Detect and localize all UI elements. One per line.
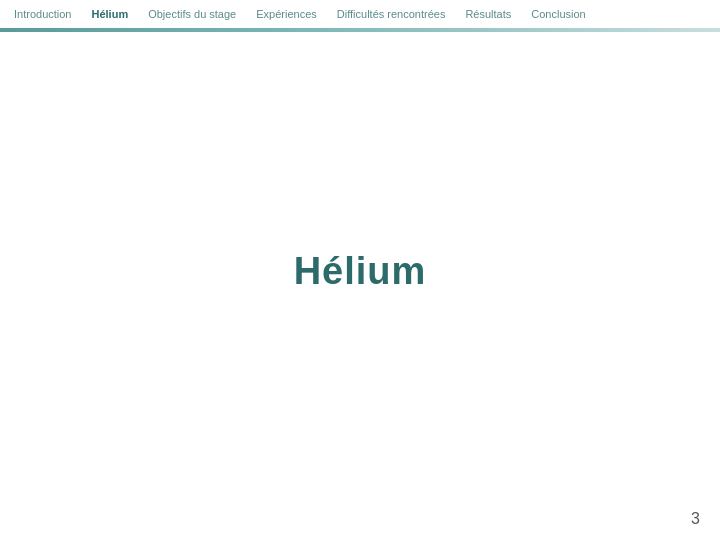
page-number: 3 — [691, 510, 700, 528]
slide-content: Hélium — [0, 32, 720, 510]
nav-item-difficultes[interactable]: Difficultés rencontrées — [327, 4, 456, 24]
nav-item-conclusion[interactable]: Conclusion — [521, 4, 595, 24]
slide-title: Hélium — [294, 250, 427, 293]
nav-item-helium[interactable]: Hélium — [81, 4, 138, 24]
nav-item-introduction[interactable]: Introduction — [4, 4, 81, 24]
nav-item-resultats[interactable]: Résultats — [455, 4, 521, 24]
nav-item-objectifs[interactable]: Objectifs du stage — [138, 4, 246, 24]
nav-bar: Introduction Hélium Objectifs du stage E… — [0, 0, 720, 28]
nav-item-experiences[interactable]: Expériences — [246, 4, 327, 24]
